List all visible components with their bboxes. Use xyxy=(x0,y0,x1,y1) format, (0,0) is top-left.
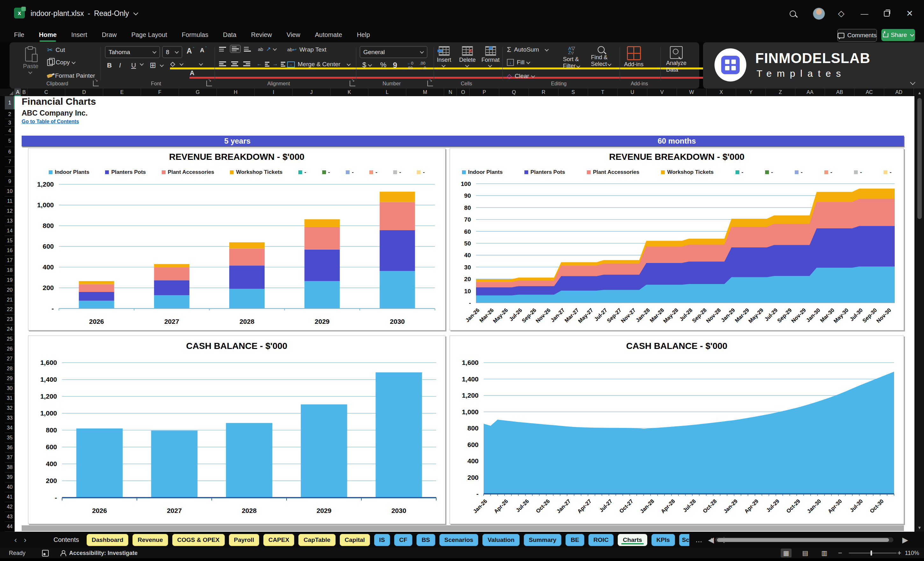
column-header-M[interactable]: M xyxy=(406,88,444,96)
share-button[interactable]: Share xyxy=(881,29,915,41)
view-break-icon[interactable]: ▥ xyxy=(819,549,830,558)
chart-panel-4[interactable]: CASH BALANCE - $'000 1,6001,4001,2001,00… xyxy=(450,336,904,524)
row-header-38[interactable]: 38 xyxy=(5,463,15,472)
row-header-5[interactable]: 5 xyxy=(5,135,15,147)
scroll-right-icon[interactable]: ▶ xyxy=(900,536,910,544)
row-header-28[interactable]: 28 xyxy=(5,364,15,374)
column-header-L[interactable]: L xyxy=(368,88,406,96)
row-header-17[interactable]: 17 xyxy=(5,256,15,266)
column-header-Q[interactable]: Q xyxy=(499,88,529,96)
align-left-button[interactable] xyxy=(219,62,226,66)
column-header-C[interactable]: C xyxy=(27,88,65,96)
chart-panel-1[interactable]: REVENUE BREAKDOWN - $'000 Indoor PlantsP… xyxy=(28,148,446,330)
number-format-select[interactable]: General xyxy=(360,46,427,58)
font-size-select[interactable]: 8 xyxy=(162,46,182,58)
row-header-21[interactable]: 21 xyxy=(5,295,15,305)
orientation-button[interactable]: ab↗ xyxy=(258,45,277,52)
column-header-J[interactable]: J xyxy=(292,88,330,96)
cut-button[interactable]: ✂ Cut xyxy=(47,46,65,54)
fill-button[interactable]: ↓ Fill xyxy=(507,59,530,66)
row-header-35[interactable]: 35 xyxy=(5,433,15,443)
delete-cells-button[interactable]: Delete xyxy=(459,46,476,67)
row-header-16[interactable]: 16 xyxy=(5,246,15,256)
font-color-options[interactable] xyxy=(200,63,203,66)
horizontal-scrollbar[interactable] xyxy=(715,537,893,542)
sheet-tab-revenue[interactable]: Revenue xyxy=(132,534,168,546)
column-header-AC[interactable]: AC xyxy=(855,88,884,96)
row-header-7[interactable]: 7 xyxy=(5,157,15,167)
currency-button[interactable]: $ xyxy=(362,61,372,69)
column-header-R[interactable]: R xyxy=(529,88,558,96)
zoom-level[interactable]: 110% xyxy=(905,550,919,556)
sheet-tab-scenarios[interactable]: Scenarios xyxy=(440,534,478,546)
sheet-tab-captable[interactable]: CapTable xyxy=(298,534,335,546)
format-painter-button[interactable]: Format Painter xyxy=(47,72,95,79)
row-header-15[interactable]: 15 xyxy=(5,236,15,246)
column-header-AA[interactable]: AA xyxy=(795,88,825,96)
row-header-13[interactable]: 13 xyxy=(5,216,15,226)
sheet-tab-is[interactable]: IS xyxy=(374,534,390,546)
row-header-37[interactable]: 37 xyxy=(5,453,15,463)
table-of-contents-link[interactable]: Go to Table of Contents xyxy=(22,119,79,124)
sheet-tab-contents[interactable]: Contents xyxy=(54,536,79,543)
gem-icon[interactable]: ◇ xyxy=(835,0,848,27)
autosum-button[interactable]: Σ AutoSum xyxy=(507,45,549,54)
row-header-4[interactable]: 4 xyxy=(5,127,15,135)
zoom-in-icon[interactable]: + xyxy=(897,549,902,557)
row-header-43[interactable]: 43 xyxy=(5,512,15,522)
row-header-20[interactable]: 20 xyxy=(5,285,15,295)
decrease-indent-button[interactable]: ← xyxy=(256,61,269,67)
row-header-26[interactable]: 26 xyxy=(5,344,15,354)
row-header-14[interactable]: 14 xyxy=(5,226,15,236)
row-header-8[interactable]: 8 xyxy=(5,167,15,177)
sheet-tab-be[interactable]: BE xyxy=(566,534,584,546)
sheet-tab-bs[interactable]: BS xyxy=(417,534,435,546)
number-dialog-launcher[interactable] xyxy=(427,81,433,86)
paste-button[interactable]: Paste xyxy=(23,48,39,74)
prev-sheet-icon[interactable]: ‹ xyxy=(11,536,20,544)
merge-center-button[interactable]: ↔ Merge & Center xyxy=(287,61,351,68)
column-header-P[interactable]: P xyxy=(470,88,499,96)
menu-tab-file[interactable]: File xyxy=(14,31,24,39)
row-header-41[interactable]: 41 xyxy=(5,492,15,502)
avatar[interactable] xyxy=(813,0,825,27)
align-bottom-button[interactable] xyxy=(244,47,251,52)
addins-button[interactable]: Add-ins xyxy=(624,46,644,68)
column-header-O[interactable]: O xyxy=(457,88,470,96)
column-header-T[interactable]: T xyxy=(588,88,618,96)
sort-filter-button[interactable]: A▽Z▽ Sort &Filter xyxy=(558,46,585,69)
column-header-V[interactable]: V xyxy=(647,88,677,96)
column-header-N[interactable]: N xyxy=(444,88,457,96)
decrease-font-button[interactable]: Aˇ xyxy=(200,47,207,54)
font-dialog-launcher[interactable] xyxy=(206,81,212,86)
column-header-D[interactable]: D xyxy=(65,88,103,96)
column-header-K[interactable]: K xyxy=(330,88,368,96)
italic-button[interactable]: I xyxy=(119,62,121,69)
sheet-tab-sc[interactable]: Sc xyxy=(679,534,689,546)
menu-tab-help[interactable]: Help xyxy=(357,31,370,39)
column-header-S[interactable]: S xyxy=(558,88,588,96)
align-middle-button[interactable] xyxy=(230,45,241,53)
sheet-tab-valuation[interactable]: Valuation xyxy=(482,534,519,546)
close-button[interactable]: ✕ xyxy=(903,0,916,27)
comments-button[interactable]: Comments xyxy=(837,29,877,42)
column-header-F[interactable]: F xyxy=(141,88,179,96)
horizontal-scroll-thumb[interactable] xyxy=(717,538,889,542)
row-header-33[interactable]: 33 xyxy=(5,413,15,423)
comma-style-button[interactable]: 9 xyxy=(393,61,397,70)
copy-button[interactable]: Copy xyxy=(47,59,75,66)
column-header-E[interactable]: E xyxy=(103,88,141,96)
menu-tab-automate[interactable]: Automate xyxy=(315,31,342,39)
column-header-AB[interactable]: AB xyxy=(825,88,855,96)
column-header-W[interactable]: W xyxy=(677,88,706,96)
column-header-Y[interactable]: Y xyxy=(736,88,766,96)
row-header-24[interactable]: 24 xyxy=(5,324,15,334)
clipboard-dialog-launcher[interactable] xyxy=(93,81,99,86)
column-header-U[interactable]: U xyxy=(618,88,647,96)
row-header-32[interactable]: 32 xyxy=(5,404,15,413)
menu-tab-formulas[interactable]: Formulas xyxy=(182,31,208,39)
vertical-scrollbar[interactable]: ▲ ▼ xyxy=(915,88,924,532)
sheet-tab-payroll[interactable]: Payroll xyxy=(229,534,259,546)
row-header-44[interactable]: 44 xyxy=(5,522,15,532)
underline-button[interactable]: U xyxy=(131,62,136,69)
